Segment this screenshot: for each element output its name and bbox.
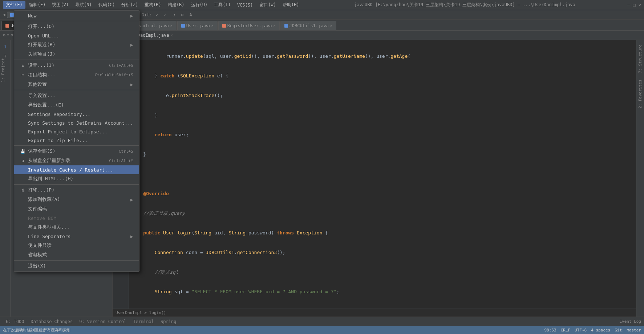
menu-print[interactable]: 🖨 打印...(P) [14,185,139,195]
sep-3 [14,90,139,90]
arrow-icon: ▶ [130,13,133,19]
menu-invalidatecaches[interactable]: Invalidate Caches / Restart... [14,165,139,174]
menu-addfav[interactable]: 添加到收藏(A) ▶ [14,195,139,204]
menu-closeproject[interactable]: 关闭项目(J) [14,49,139,59]
project-icon: ⊞ [20,72,26,78]
arrow-recent: ▶ [130,42,133,48]
menu-exportzip[interactable]: Export to Zip File... [14,136,139,145]
menu-exporthtml[interactable]: 导出到 HTML...(H) [14,174,139,184]
menu-settingsrepo[interactable]: Settings Repository... [14,110,139,118]
menu-openurl[interactable]: Open URL... [14,31,139,40]
arrow-other: ▶ [130,82,133,87]
menu-othersettings[interactable]: 其他设置 ▶ [14,80,139,89]
menu-new[interactable]: New ▶ [14,11,139,20]
settings-icon: ⚙ [20,63,26,68]
menu-exportsettings[interactable]: 导出设置...(E) [14,100,139,110]
sep-4 [14,145,139,146]
menu-open[interactable]: 打开...(O) [14,22,139,31]
menu-reload[interactable]: ↺ 从磁盘全部重新加载 Ctrl+Alt+Y [14,156,139,165]
menu-projectstructure[interactable]: ⊞ 项目结构... Ctrl+Alt+Shift+S [14,70,139,80]
menu-recent[interactable]: 打开最近(R) ▶ [14,40,139,49]
arrow-linesep: ▶ [130,234,133,239]
menu-saveall[interactable]: 💾 保存全部(S) Ctrl+S [14,146,139,156]
menu-overlay: New ▶ 打开...(O) Open URL... 打开最近(R) ▶ 关闭项… [0,0,644,334]
print-icon: 🖨 [20,187,26,193]
sep-5 [14,184,139,185]
menu-exit[interactable]: 退出(X) [14,261,139,271]
menu-fileenc[interactable]: 文件编码 [14,204,139,214]
menu-importsettings[interactable]: 导入设置... [14,91,139,100]
menu-removebom: Remove BOM [14,214,139,222]
menu-syncjb[interactable]: Sync Settings to JetBrains Account... [14,118,139,127]
sep-1 [14,21,139,21]
menu-settings[interactable]: ⚙ 设置...(I) Ctrl+Alt+S [14,61,139,70]
sep-2 [14,60,139,60]
arrow-fav: ▶ [130,197,133,202]
menu-readonly[interactable]: 使文件只读 [14,241,139,250]
file-dropdown: New ▶ 打开...(O) Open URL... 打开最近(R) ▶ 关闭项… [14,10,139,272]
menu-linesep[interactable]: Line Separators ▶ [14,232,139,241]
file-menu-dropdown: New ▶ 打开...(O) Open URL... 打开最近(R) ▶ 关闭项… [14,10,139,272]
menu-powermode[interactable]: 省电模式 [14,250,139,259]
sep-6 [14,260,139,261]
menu-filetype[interactable]: 与文件类型相关... [14,222,139,232]
save-icon: 💾 [20,148,26,154]
menu-exporteclipse[interactable]: Export Project to Eclipse... [14,127,139,136]
reload-icon: ↺ [20,158,26,164]
